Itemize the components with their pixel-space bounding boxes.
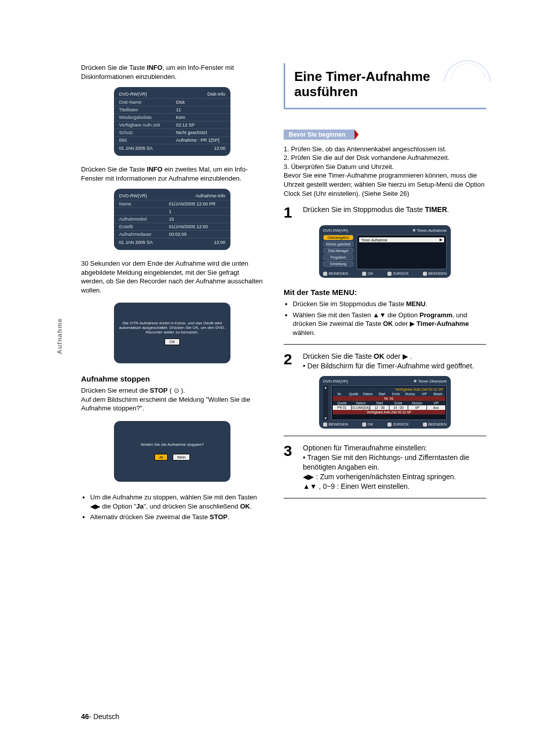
arrow-right-icon: ▶: [440, 238, 442, 242]
move-icon: [323, 423, 327, 427]
before-list: 1. Prüfen Sie, ob das Antennenkabel ange…: [284, 145, 486, 198]
separator-3: [284, 498, 486, 498]
osd-otr-end: Die OTR-Aufnahme endet in Kürze, und das…: [114, 303, 230, 363]
osd-timer-overview: DVD-RW(VR)❖ Timer-Übersicht ▲▼ Verfügbar…: [319, 376, 451, 429]
intro-paragraph-1: Drücken Sie die Taste INFO, um ein Info-…: [81, 63, 263, 81]
stop-bullets: Um die Aufnahme zu stoppen, wählen Sie m…: [81, 493, 263, 522]
menu-bullets: Drücken Sie im Stoppmodus die Taste MENU…: [284, 300, 486, 337]
osd-disk-info: DVD-RW(VR)Disk-Info Disk-NameDisk Titell…: [114, 87, 230, 156]
exit-icon: [423, 272, 427, 276]
separator-1: [284, 344, 486, 345]
osd-timer-menu: DVD-RW(VR)❖ Timer-Aufnahme Disknavigatio…: [319, 225, 451, 278]
osd-side-disknav[interactable]: Disknavigation: [323, 235, 354, 240]
osd-stop-confirm: Wollen Sie die Aufnahme stoppen? Ja Nein: [114, 421, 230, 482]
ok-icon: [362, 423, 366, 427]
section-side-label: Aufnahme: [56, 318, 63, 354]
ok-icon: [362, 272, 366, 276]
osd-side-playlist[interactable]: Wieder-gabeliste: [323, 241, 354, 247]
osd-side-settings[interactable]: Einstellung: [323, 261, 354, 267]
stop-icon: ⊙: [174, 387, 179, 394]
heading-stop-recording: Aufnahme stoppen: [81, 374, 263, 383]
step-1: 1 Drücken Sie im Stoppmodus die Taste TI…: [284, 205, 486, 220]
osd-ok-button[interactable]: OK: [165, 339, 180, 345]
step-2: 2 Drücken Sie die Taste OK oder ▶ . • De…: [284, 352, 486, 371]
disc-icon: [436, 60, 491, 96]
osd-no-button[interactable]: Nein: [173, 454, 190, 460]
osd-main-timer-item[interactable]: Timer-Aufnahme▶: [359, 237, 445, 243]
intro-paragraph-2: Drücken Sie die Taste INFO ein zweites M…: [81, 165, 263, 183]
move-icon: [323, 272, 327, 276]
stop-paragraph: Drücken Sie erneut die STOP ( ⊙ ). Auf d…: [81, 386, 263, 413]
osd-record-info: DVD-RW(VR)Aufnahme-Info Name01/JAN/2005 …: [114, 189, 230, 250]
osd-side-program[interactable]: Programm: [323, 255, 354, 260]
before-you-begin-heading: Bevor Sie beginnen: [284, 130, 355, 140]
section-title: Eine Timer-Aufnahme ausführen: [284, 63, 486, 109]
page-footer: 46- Deutsch: [81, 712, 120, 721]
scroll-up-icon[interactable]: ▲: [324, 386, 328, 389]
step-3: 3 Optionen für Timeraufnahme einstellen:…: [284, 443, 486, 491]
heading-menu-key: Mit der Taste MENU:: [284, 288, 486, 297]
exit-icon: [423, 423, 427, 427]
back-icon: [387, 423, 392, 427]
osd-yes-button[interactable]: Ja: [154, 454, 168, 460]
scroll-down-icon[interactable]: ▼: [324, 416, 328, 420]
separator-2: [284, 436, 486, 436]
back-icon: [387, 272, 392, 276]
paragraph-30sec: 30 Sekunden vor dem Ende der Aufnahme wi…: [81, 259, 263, 295]
osd-side-diskmgr[interactable]: Disk-Manager: [323, 248, 354, 254]
